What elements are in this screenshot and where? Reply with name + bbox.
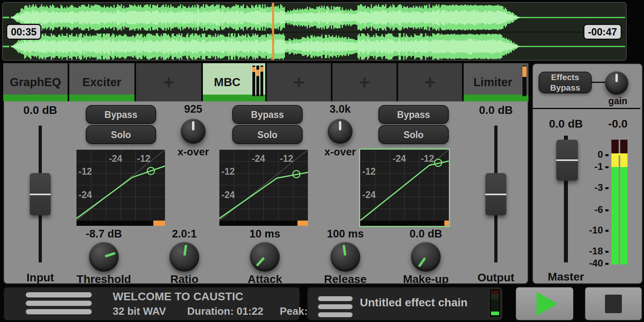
release-knob-pointer [343,245,347,256]
meter-tick-mark [605,187,609,189]
tab-exciter[interactable]: Exciter [69,63,134,101]
output-fader-thumb[interactable] [485,173,506,215]
elapsed-time-badge: 00:35 [6,24,41,40]
tab-active-strip [3,95,68,101]
master-meter-right-bar [620,140,627,264]
master-fader-thumb[interactable] [556,140,578,181]
waveform-display[interactable]: 00:35 -00:47 [2,2,627,61]
ratio-knob-indicator [167,240,201,274]
svg-text:-24: -24 [78,190,92,200]
meter-peak-line [611,153,627,155]
tab-level-meters [252,66,263,96]
master-meter-value: -0.0 [596,118,640,130]
output-fader-grip-line [485,194,506,195]
release-knob-indicator [328,240,362,274]
svg-text:-24: -24 [392,153,406,164]
gain-knob[interactable] [605,71,628,95]
xover2-label: x-over [312,146,368,158]
effect-chain-panel: Untitled effect chain [307,287,503,321]
xover1-label: x-over [165,146,221,158]
meter-tick-mark [605,251,609,253]
tab-grapheq[interactable]: GraphEQ [3,63,68,101]
threshold-knob[interactable] [89,242,119,272]
tab-label: MBC [214,76,254,89]
xover2-knob-indicator [328,119,353,144]
band1-compression-graph[interactable]: -24-12-12-24 [76,150,165,221]
svg-text:-12: -12 [78,166,92,177]
svg-text:-24: -24 [221,190,235,200]
input-label: Input [12,271,68,284]
meter-tick-mark [605,230,609,232]
tab-meter-peak [252,67,255,72]
svg-text:-24: -24 [362,190,376,200]
song-title: WELCOME TO CAUSTIC [113,290,244,303]
band2-bypass-button[interactable]: Bypass [232,105,303,124]
plus-icon: + [359,73,370,92]
meter-tick-label: -40 [570,258,603,269]
xover2-knob[interactable] [328,119,353,144]
stop-button[interactable] [584,287,642,321]
band3-compression-graph[interactable]: -24-12-12-24 [360,150,449,221]
tab-add-slot-5[interactable]: + [332,63,396,101]
band3-solo-button[interactable]: Solo [378,125,449,144]
svg-text:-12: -12 [421,153,434,164]
master-meter-left-bar [611,140,619,264]
band1-bypass-button[interactable]: Bypass [86,105,156,124]
tab-meter-bar [252,66,255,96]
input-gain-value: 0.0 dB [12,104,68,117]
tab-level-meters [522,66,526,96]
tab-add-slot-6[interactable]: + [398,63,462,101]
meter-right-headroom [620,140,627,155]
waveform-graphic [3,3,626,60]
effects-bypass-label-line1: Effects [551,72,579,83]
output-gain-value: 0.0 dB [468,104,524,117]
caustic-mastering-app: 00:35 -00:47 GraphEQExciter+MBC+++Limite… [0,0,644,322]
attack-knob[interactable] [250,242,280,272]
tab-meter-bar [522,66,526,96]
play-button[interactable] [515,287,574,321]
svg-text:-12: -12 [221,166,235,177]
tab-limiter[interactable]: Limiter [464,63,528,101]
xover1-knob[interactable] [181,119,206,144]
band3-gain-reduction-amount [444,221,449,226]
meter-tick-label: -6 [570,204,603,215]
gain-knob-indicator [605,71,628,95]
tab-mbc[interactable]: MBC [203,63,265,101]
band2-compression-graph[interactable]: -24-12-12-24 [219,150,308,221]
svg-text:-12: -12 [362,166,376,177]
threshold-knob-pointer [105,252,116,258]
release-knob[interactable] [330,242,360,272]
master-fader-value: 0.0 dB [542,118,590,130]
meter-tick-mark [605,166,609,168]
plus-icon: + [163,73,174,92]
svg-text:-24: -24 [109,153,122,164]
band2-solo-button[interactable]: Solo [232,125,303,144]
threshold-label: Threshold [66,273,142,286]
song-duration: Duration: 01:22 [187,305,263,318]
band1-gain-reduction-amount [153,221,165,226]
meter-tick-mark [605,209,609,211]
svg-text:-12: -12 [137,153,150,164]
input-fader-thumb[interactable] [30,173,51,215]
band2-gain-reduction-meter [219,221,308,226]
makeup-knob[interactable] [411,242,441,272]
band1-solo-button[interactable]: Solo [86,125,156,144]
tab-meter-bar [256,66,259,96]
tab-meter-peak [260,67,263,72]
meter-tick-label: -1 [570,161,603,172]
input-fader-grip-line [30,194,51,195]
tab-add-slot-4[interactable]: + [267,63,331,101]
xover2-value: 3.0k [312,103,368,116]
tab-meter-peak [256,70,259,76]
xover1-knob-indicator [181,119,206,144]
band3-bypass-button[interactable]: Bypass [378,105,449,124]
playhead[interactable] [272,3,274,60]
xover1-knob-pointer [192,121,194,130]
meter-tick-label: -18 [570,246,603,257]
ratio-knob[interactable] [169,242,199,272]
tab-add-slot-2[interactable]: + [136,63,201,101]
tab-active-strip [464,95,528,101]
gain-knob-label: gain [600,96,636,107]
effects-bypass-button[interactable]: Effects Bypass [539,72,592,93]
band2-gain-reduction-amount [297,221,308,226]
